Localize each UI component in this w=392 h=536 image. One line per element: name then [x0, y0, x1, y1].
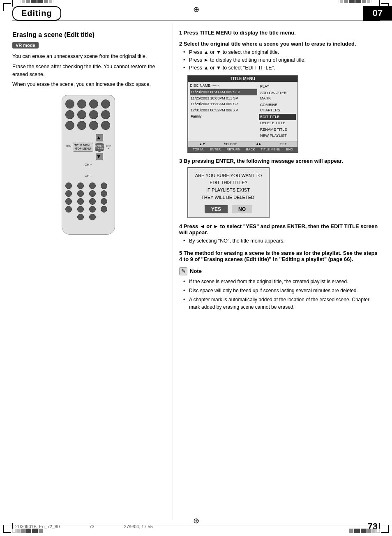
step-2-bullets: Press ▲ or ▼ to select the original titl…: [179, 49, 380, 72]
remote-btn: [65, 99, 74, 109]
confirm-no-button[interactable]: NO: [232, 205, 252, 213]
step-5: 5 The method for erasing a scene is the …: [179, 250, 380, 262]
paragraph-1: You can erase an unnecessary scene from …: [12, 53, 164, 60]
column-divider: [173, 23, 173, 520]
remote-btn: [89, 190, 96, 197]
d-pad-center-enter: ENTER COLOR: [95, 143, 104, 152]
confirm-line-1: ARE YOU SURE YOU WANT TO: [192, 172, 265, 180]
step-1-heading: 1 Press TITLE MENU to display the title …: [179, 30, 380, 36]
ch-plus-label: CH +: [85, 163, 92, 166]
tm-entry-1: 11/25/2003 10:03PM 011 SP: [190, 95, 257, 102]
deco-seg: [26, 0, 30, 3]
remote-btn: [89, 183, 96, 189]
deco-seg: [39, 529, 43, 533]
tm-footer-set: SET: [280, 142, 287, 146]
confirm-line-4: THEY WILL BE DELETED.: [192, 194, 265, 201]
tm-footer: ▲▼ SELECT ◄► SET: [188, 141, 297, 147]
confirm-line-3: IF PLAYLISTS EXIST,: [192, 187, 265, 194]
remote-btn: [101, 110, 110, 119]
corner-decoration-br: [381, 525, 389, 533]
remote-btn: [89, 99, 98, 109]
bottom-deco-right: [349, 529, 380, 533]
deco-seg: [336, 0, 339, 3]
bottom-deco-left: [12, 529, 43, 533]
header-bar: Editing 07: [0, 6, 392, 21]
confirm-buttons: YES NO: [192, 205, 265, 213]
top-deco-bar: ⊕: [0, 0, 392, 6]
title-menu-button: TITLE MENU /TOP MENU: [73, 143, 93, 152]
vr-mode-badge: VR mode: [12, 42, 39, 49]
remote-btn: [89, 206, 96, 213]
main-content: Erasing a scene (Edit title) VR mode You…: [0, 23, 392, 520]
remote-btn: [101, 183, 107, 189]
remote-btn: [65, 121, 74, 130]
deco-seg: [12, 529, 16, 533]
deco-seg: [25, 529, 31, 533]
header-divider: [12, 21, 380, 21]
tm-footer2-titlemenu: TITLE MENU: [261, 148, 281, 151]
deco-seg: [349, 529, 353, 533]
confirm-text: ARE YOU SURE YOU WANT TO EDIT THIS TITLE…: [192, 172, 265, 201]
trk-right-label: TRK +: [106, 144, 111, 150]
deco-seg: [49, 0, 52, 3]
deco-seg: [355, 0, 361, 3]
remote-btn: [77, 99, 86, 109]
note-section: ✎ Note If the scene is erased from the o…: [179, 267, 380, 311]
remote-btn: [101, 206, 107, 213]
confirm-line-2: EDIT THIS TITLE?: [192, 179, 265, 187]
remote-btn: [77, 214, 84, 220]
deco-seg: [361, 529, 367, 533]
deco-seg: [18, 0, 21, 3]
deco-seg: [340, 0, 343, 3]
step-4-bullets: By selecting "NO", the title menu appear…: [179, 237, 380, 245]
section-title: Erasing a scene (Edit title): [12, 31, 164, 39]
step-2-bullet-1: Press ▲ or ▼ to select the original titl…: [183, 49, 380, 56]
paragraph-2: Erase the scene after checking the title…: [12, 63, 164, 79]
deco-seg: [21, 529, 25, 533]
deco-seg: [31, 0, 37, 3]
remote-btn: [77, 206, 84, 213]
deco-seg: [32, 529, 38, 533]
tm-footer-arrows: ▲▼: [199, 142, 205, 146]
note-bullets: If the scene is erased from the original…: [179, 278, 380, 311]
step-4-bullet-1: By selecting "NO", the title menu appear…: [183, 237, 380, 245]
remote-btn: [89, 121, 98, 130]
deco-seg: [349, 0, 355, 3]
tm-menu-add-chapter: ADD CHAPTER MARK: [259, 90, 296, 102]
note-bullet-1: If the scene is erased from the original…: [183, 278, 380, 285]
confirm-yes-button[interactable]: YES: [205, 205, 228, 213]
remote-control: TRK – TITLE MENU /TOP MENU ▲ ▼ ◄ ► ENTER…: [62, 95, 115, 235]
tm-right-panel: PLAY ADD CHAPTER MARK COMBINE CHAPTERS E…: [259, 83, 296, 139]
step-2-bullet-2: Press ► to display the editing menu of o…: [183, 56, 380, 64]
deco-seg: [372, 529, 376, 533]
tm-disc-name: DISC NAME:------: [190, 83, 257, 88]
remote-top-buttons: [65, 99, 111, 130]
remote-btn: [77, 198, 84, 205]
remote-btn: [77, 183, 84, 189]
step-3: 3 By pressing ENTER, the following messa…: [179, 158, 380, 218]
tm-entry-3: 12/01/2003 06:52PM 006 XP: [190, 107, 257, 113]
remote-btn: [101, 198, 107, 205]
title-menu-screen: TITLE MENU DISC NAME:------ 11/23/2003 0…: [187, 75, 298, 153]
deco-seg: [354, 529, 360, 533]
chapter-number-box: 07: [363, 6, 392, 21]
deco-seg: [37, 0, 43, 3]
remote-btn: [65, 198, 72, 205]
deco-seg: [371, 0, 374, 3]
tm-footer-lr: ◄►: [255, 142, 262, 146]
remote-btn: [101, 190, 107, 197]
tm-menu-delete-title: DELETE TITLE: [259, 120, 296, 127]
tm-entry-0: 11/23/2003 08:41AM 005 SLP: [190, 89, 257, 95]
tm-footer-select: SELECT: [224, 142, 237, 146]
step-3-heading: 3 By pressing ENTER, the following messa…: [179, 158, 380, 164]
remote-btn: [101, 99, 110, 109]
remote-bottom-buttons: [65, 183, 111, 220]
step-2: 2 Select the original title where a scen…: [179, 41, 380, 153]
step-4: 4 Press ◄ or ► to select "YES" and press…: [179, 223, 380, 245]
tm-menu-edit-title: EDIT TITLE: [259, 114, 296, 120]
tm-entry-2: 11/29/2003 11:36AM 005 SP: [190, 101, 257, 107]
tm-menu-play: PLAY: [259, 83, 296, 90]
right-column: 1 Press TITLE MENU to display the title …: [173, 23, 392, 520]
remote-btn: [65, 110, 74, 119]
deco-seg: [367, 0, 370, 3]
